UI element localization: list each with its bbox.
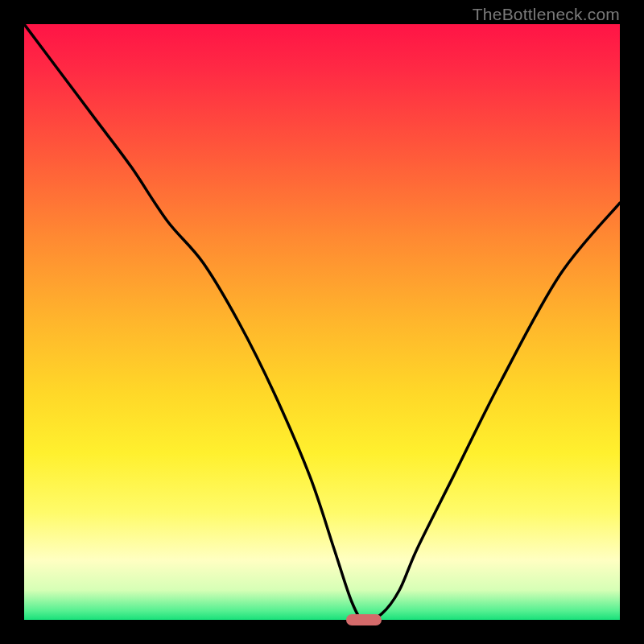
curve-path <box>24 24 620 620</box>
minimum-marker <box>346 614 382 625</box>
plot-area <box>24 24 620 620</box>
chart-frame: TheBottleneck.com <box>0 0 644 644</box>
watermark-text: TheBottleneck.com <box>473 5 620 24</box>
curve-svg <box>24 24 620 620</box>
